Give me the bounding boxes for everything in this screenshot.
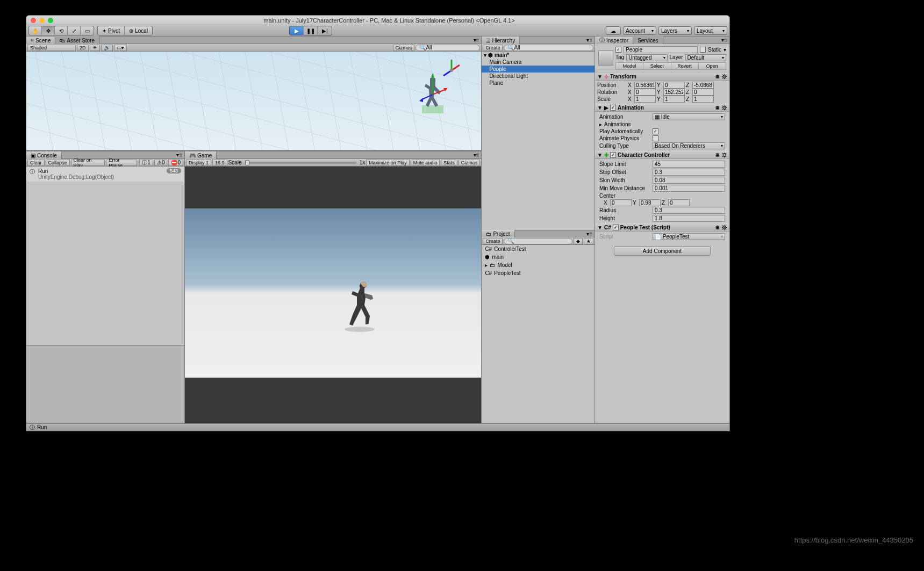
tab-menu-icon[interactable]: ▾≡ <box>584 37 594 43</box>
clear-on-play-button[interactable]: Clear on Play <box>71 160 105 166</box>
pivot-button[interactable]: ✦Pivot <box>98 26 125 35</box>
gear-icon[interactable]: ⛯ ⚙ <box>715 225 727 230</box>
skin-width[interactable] <box>653 177 725 184</box>
animation-header[interactable]: ▼ ▶Animation⛯ ⚙ <box>595 104 729 112</box>
rect-tool[interactable]: ▭ <box>81 26 94 35</box>
layer-dropdown[interactable]: Default <box>685 54 726 61</box>
cc-header[interactable]: ▼ ✚Character Controller⛯ ⚙ <box>595 151 729 159</box>
tab-console[interactable]: ▣Console <box>26 151 62 159</box>
zoom-icon[interactable] <box>48 18 53 23</box>
project-create[interactable]: Create <box>483 238 503 244</box>
tab-menu-icon[interactable]: ▾≡ <box>719 37 729 43</box>
revert-button[interactable]: Revert <box>671 63 699 69</box>
tab-menu-icon[interactable]: ▾≡ <box>471 152 482 158</box>
clear-button[interactable]: Clear <box>27 160 45 166</box>
display-dropdown[interactable]: Display 1 <box>186 160 211 166</box>
scl-x[interactable] <box>634 96 656 103</box>
move-tool[interactable]: ✥ <box>42 26 55 35</box>
open-button[interactable]: Open <box>699 63 726 69</box>
tab-inspector[interactable]: ⓘInspector <box>595 37 633 44</box>
active-checkbox[interactable] <box>615 47 621 53</box>
hierarchy-root[interactable]: ▾ ⬢ main* <box>482 52 594 59</box>
lighting-toggle[interactable]: ☀ <box>90 45 100 51</box>
tab-menu-icon[interactable]: ▾≡ <box>584 231 594 237</box>
warn-count[interactable]: ⚠0 <box>154 160 168 166</box>
animation-enabled[interactable] <box>610 105 616 111</box>
center-z[interactable] <box>668 199 690 206</box>
select-button[interactable]: Select <box>643 63 671 69</box>
fx-toggle[interactable]: ▭▾ <box>114 45 127 51</box>
script-field[interactable]: 📄 PeopleTest <box>653 233 725 240</box>
scl-y[interactable] <box>663 96 685 103</box>
hierarchy-create[interactable]: Create <box>483 45 503 51</box>
rot-x[interactable] <box>634 89 656 96</box>
gear-icon[interactable]: ⛯ ⚙ <box>715 74 727 79</box>
step-offset[interactable] <box>653 169 725 176</box>
account-dropdown[interactable]: Account <box>623 26 656 35</box>
maximize-toggle[interactable]: Maximize on Play <box>366 160 410 166</box>
game-view[interactable] <box>185 167 481 423</box>
log-entry[interactable]: ⓘ Run UnityEngine.Debug:Log(Object) 543 <box>26 167 184 182</box>
tab-game[interactable]: 🎮Game <box>185 151 217 159</box>
gear-icon[interactable]: ⛯ ⚙ <box>715 105 727 111</box>
hierarchy-item[interactable]: Plane <box>482 79 594 86</box>
play-auto-checkbox[interactable] <box>653 128 658 134</box>
height[interactable] <box>653 215 725 222</box>
error-count[interactable]: ⛔0 <box>168 160 183 166</box>
pos-y[interactable] <box>663 82 685 89</box>
scale-tool[interactable]: ⤢ <box>68 26 81 35</box>
close-icon[interactable] <box>31 18 36 23</box>
tab-project[interactable]: 🗀Project <box>482 230 514 237</box>
pause-button[interactable]: ❚❚ <box>304 26 318 35</box>
gear-icon[interactable]: ⛯ ⚙ <box>715 152 727 158</box>
scale-slider[interactable] <box>245 162 356 164</box>
collapse-button[interactable]: Collapse <box>46 160 70 166</box>
aspect-dropdown[interactable]: 16:9 <box>212 160 227 166</box>
animation-clip[interactable]: ▦ Idle <box>653 113 725 120</box>
model-button[interactable]: Model <box>616 63 643 69</box>
project-item[interactable]: ⬢main <box>482 253 594 261</box>
play-button[interactable]: ▶ <box>290 26 304 35</box>
hierarchy-item[interactable]: Main Camera <box>482 59 594 66</box>
tag-dropdown[interactable]: Untagged <box>626 54 667 61</box>
tab-menu-icon[interactable]: ▾≡ <box>471 37 482 43</box>
cloud-button[interactable]: ☁ <box>606 26 621 35</box>
project-favorite-icon[interactable]: ★ <box>584 238 593 244</box>
hierarchy-item-selected[interactable]: People <box>482 66 594 73</box>
script-enabled[interactable] <box>613 225 619 230</box>
scene-character[interactable] <box>417 73 449 116</box>
tab-hierarchy[interactable]: ≣Hierarchy <box>482 37 520 44</box>
project-filter-icon[interactable]: ◆ <box>574 238 583 244</box>
center-x[interactable] <box>610 199 632 206</box>
gizmos-dropdown[interactable]: Gizmos <box>393 45 415 51</box>
culling-type[interactable]: Based On Renderers <box>653 142 725 149</box>
scl-z[interactable] <box>692 96 714 103</box>
tab-menu-icon[interactable]: ▾≡ <box>174 152 184 158</box>
mute-toggle[interactable]: Mute audio <box>411 160 440 166</box>
project-item[interactable]: ▸🗀Model <box>482 261 594 269</box>
pos-z[interactable] <box>692 82 714 89</box>
mode-2d[interactable]: 2D <box>77 45 89 51</box>
tab-scene[interactable]: ⌗Scene <box>26 37 55 44</box>
add-component-button[interactable]: Add Component <box>614 246 711 256</box>
audio-toggle[interactable]: 🔊 <box>101 45 113 51</box>
slope-limit[interactable] <box>653 161 725 168</box>
radius[interactable] <box>653 207 725 214</box>
project-item[interactable]: C#PeopleTest <box>482 269 594 277</box>
local-button[interactable]: ⊕Local <box>125 26 152 35</box>
project-search[interactable]: 🔍 <box>504 238 572 244</box>
layers-dropdown[interactable]: Layers <box>658 26 692 35</box>
min-move-distance[interactable] <box>653 185 725 192</box>
hierarchy-search[interactable]: 🔍All <box>504 45 593 51</box>
scene-view[interactable] <box>26 52 481 151</box>
animate-physics-checkbox[interactable] <box>653 135 658 141</box>
minimize-icon[interactable] <box>39 18 45 23</box>
static-dropdown-icon[interactable]: ▾ <box>724 47 726 53</box>
hand-tool[interactable]: ✋ <box>29 26 42 35</box>
rotate-tool[interactable]: ⟲ <box>55 26 68 35</box>
game-gizmos-dropdown[interactable]: Gizmos <box>459 160 481 166</box>
layout-dropdown[interactable]: Layout <box>694 26 727 35</box>
stats-toggle[interactable]: Stats <box>441 160 457 166</box>
rot-z[interactable] <box>692 89 714 96</box>
tab-assetstore[interactable]: 🛍Asset Store <box>55 37 99 44</box>
